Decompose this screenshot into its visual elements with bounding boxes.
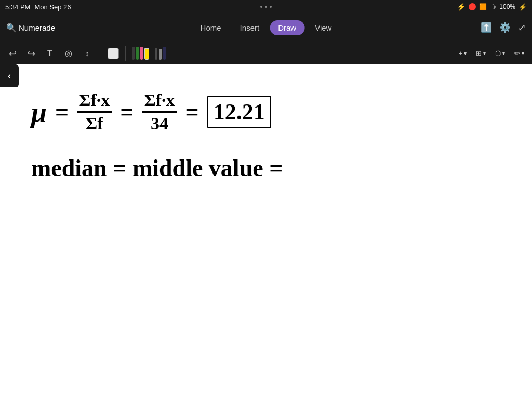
back-chevron-icon: ‹ xyxy=(8,71,11,82)
undo-button[interactable]: ↩ xyxy=(5,46,20,61)
eraser-tool[interactable] xyxy=(108,48,119,59)
draw-toolbar: ↩ ↪ T ◎ ↕ xyxy=(0,42,532,64)
tab-insert[interactable]: Insert xyxy=(232,20,268,35)
recording-icon xyxy=(469,3,476,10)
fraction-2: Σf·x 34 xyxy=(142,90,177,134)
canvas-area: μ = Σf·x Σf = Σf·x 34 = 12.21 median = m… xyxy=(0,64,532,399)
add-tool-chevron: ▾ xyxy=(464,50,467,56)
shape-icon: ⬡ xyxy=(495,49,501,57)
plus-icon: + xyxy=(458,49,462,57)
expand-icon[interactable]: ⤢ xyxy=(518,22,526,33)
tab-home[interactable]: Home xyxy=(192,20,230,35)
app-name: Numerade xyxy=(19,23,55,32)
nav-tabs: Home Insert Draw View xyxy=(192,20,340,35)
separator-2 xyxy=(125,46,126,61)
pen-navy[interactable] xyxy=(163,47,166,60)
median-text: median = middle value = xyxy=(31,154,283,182)
tab-draw[interactable]: Draw xyxy=(270,20,304,35)
redo-button[interactable]: ↪ xyxy=(24,46,38,61)
numerator-1: Σf·x xyxy=(77,90,112,113)
separator-1 xyxy=(101,46,101,61)
status-right-icons: ⚡ 🟧 ☽ 100% ⚡ xyxy=(457,3,527,11)
toolbar-right: ⬆️ ⚙️ ⤢ xyxy=(481,22,526,33)
pen-settings-button[interactable]: ✏ ▾ xyxy=(512,48,527,59)
search-icon: 🔍 xyxy=(6,23,17,33)
pen-pink[interactable] xyxy=(140,47,143,60)
math-content: μ = Σf·x Σf = Σf·x 34 = 12.21 median = m… xyxy=(31,90,501,197)
equals-3: = xyxy=(185,98,199,126)
pen-settings-chevron: ▾ xyxy=(522,50,524,56)
pen-settings-icon: ✏ xyxy=(514,49,520,57)
status-date: Mon Sep 26 xyxy=(34,3,71,11)
fraction-1: Σf·x Σf xyxy=(77,90,112,134)
charging-icon: ⚡ xyxy=(518,3,527,11)
pen-black[interactable] xyxy=(151,47,153,60)
battery-percent: 100% xyxy=(499,3,515,10)
pen-yellow[interactable] xyxy=(144,48,149,60)
right-tools: + ▾ ⊞ ▾ ⬡ ▾ ✏ ▾ xyxy=(456,48,527,59)
pen-darkgray[interactable] xyxy=(132,47,135,60)
adjust-tool[interactable]: ↕ xyxy=(80,46,95,61)
lasso-tool[interactable]: ◎ xyxy=(61,46,76,61)
equals-1: = xyxy=(55,98,69,126)
numerator-2: Σf·x xyxy=(142,90,177,113)
wifi-icon: ☽ xyxy=(490,3,496,11)
formula-line-1: μ = Σf·x Σf = Σf·x 34 = 12.21 xyxy=(31,90,501,134)
grid-chevron: ▾ xyxy=(483,50,486,56)
battery-icon: 🟧 xyxy=(479,3,487,10)
equals-2: = xyxy=(120,98,134,126)
status-bar: 5:34 PM Mon Sep 26 ⚡ 🟧 ☽ 100% ⚡ xyxy=(0,0,532,14)
pen-darkgray2[interactable] xyxy=(155,48,157,60)
denominator-2: 34 xyxy=(149,113,170,134)
search-area[interactable]: 🔍 Numerade xyxy=(6,23,55,33)
pen-green[interactable] xyxy=(136,47,139,60)
shape-chevron: ▾ xyxy=(502,50,505,56)
formula-line-2: median = middle value = xyxy=(31,154,501,182)
text-tool[interactable]: T xyxy=(43,46,57,61)
grid-tool-button[interactable]: ⊞ ▾ xyxy=(473,48,488,59)
denominator-1: Σf xyxy=(84,113,105,134)
tab-view[interactable]: View xyxy=(307,20,340,35)
main-toolbar: 🔍 Numerade Home Insert Draw View ⬆️ ⚙️ ⤢ xyxy=(0,14,532,42)
back-button[interactable]: ‹ xyxy=(0,64,19,87)
share-icon[interactable]: ⬆️ xyxy=(481,22,492,33)
mu-symbol: μ xyxy=(31,96,47,128)
bluetooth-icon: ⚡ xyxy=(457,3,466,11)
pen-group xyxy=(132,47,166,60)
status-time: 5:34 PM xyxy=(5,3,30,11)
result-box: 12.21 xyxy=(207,96,271,128)
settings-icon[interactable]: ⚙️ xyxy=(499,22,511,33)
add-tool-button[interactable]: + ▾ xyxy=(456,48,469,59)
pen-gray[interactable] xyxy=(159,49,162,60)
shape-tool-button[interactable]: ⬡ ▾ xyxy=(493,48,508,59)
grid-icon: ⊞ xyxy=(476,49,482,57)
